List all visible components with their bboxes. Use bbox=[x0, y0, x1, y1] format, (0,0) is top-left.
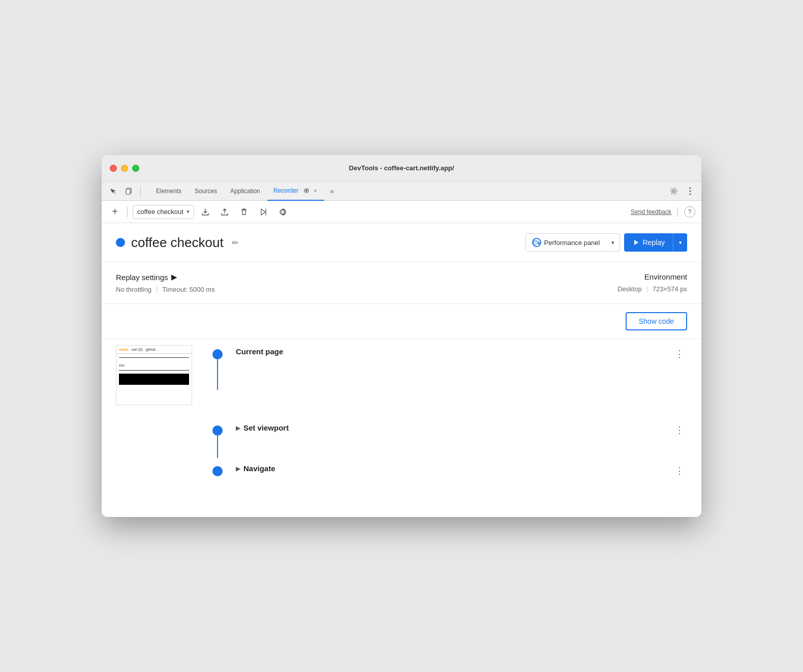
settings-detail: No throttling Timeout: 5000 ms bbox=[116, 286, 391, 293]
performance-icon bbox=[532, 238, 541, 247]
recording-header: coffee checkout ✏ Performance panel bbox=[102, 223, 701, 262]
perf-dropdown-arrow-icon: ▾ bbox=[611, 239, 614, 246]
settings-right: Environment Desktop 723×574 px bbox=[412, 272, 687, 293]
step-thumbnail-column: menu cart (0) github sso bbox=[116, 339, 207, 405]
thumbnail-block bbox=[119, 374, 189, 385]
step-set-viewport: ▶ Set viewport ⋮ bbox=[102, 415, 701, 456]
timeout-value: Timeout: 5000 ms bbox=[162, 286, 215, 293]
step2-dot bbox=[212, 425, 223, 436]
performance-panel-label: Performance panel bbox=[544, 239, 600, 247]
main-content: coffee checkout ✏ Performance panel bbox=[102, 223, 701, 517]
step2-timeline bbox=[207, 415, 228, 436]
step2-arrow-icon: ▶ bbox=[236, 424, 240, 432]
recorder-toolbar: + coffee checkout ▾ bbox=[102, 201, 701, 223]
page-thumbnail: menu cart (0) github sso bbox=[116, 345, 192, 405]
environment-type: Desktop bbox=[617, 285, 642, 293]
step1-timeline bbox=[207, 339, 228, 359]
recording-selector[interactable]: coffee checkout ▾ bbox=[133, 205, 194, 219]
export-button[interactable] bbox=[197, 205, 213, 219]
add-recording-button[interactable]: + bbox=[108, 205, 122, 219]
tab-sources[interactable]: Sources bbox=[189, 181, 223, 201]
settings-left: Replay settings ▶ No throttling Timeout:… bbox=[116, 272, 391, 293]
step1-menu-button[interactable]: ⋮ bbox=[672, 347, 687, 360]
toolbar-right-divider bbox=[677, 207, 678, 217]
record-button[interactable] bbox=[274, 205, 291, 219]
more-options-icon[interactable] bbox=[683, 184, 697, 198]
cursor-icon[interactable] bbox=[106, 184, 120, 198]
step2-title-row[interactable]: ▶ Set viewport bbox=[236, 423, 289, 432]
svg-point-5 bbox=[690, 187, 691, 189]
replay-label: Replay bbox=[642, 238, 665, 247]
step3-dot bbox=[212, 466, 223, 476]
steps-area: menu cart (0) github sso bbox=[102, 339, 701, 517]
toolbar-right: Send feedback ? bbox=[631, 206, 695, 218]
step1-title: Current page bbox=[236, 347, 283, 356]
environment-title: Environment bbox=[412, 272, 687, 281]
send-feedback-link[interactable]: Send feedback bbox=[631, 208, 671, 216]
replay-dropdown[interactable]: ▾ bbox=[673, 233, 687, 252]
step3-content: ▶ Navigate ⋮ bbox=[236, 456, 687, 477]
replay-button[interactable]: Replay bbox=[624, 233, 673, 252]
delete-button[interactable] bbox=[236, 205, 252, 219]
step1-dot bbox=[212, 349, 223, 359]
performance-panel-button[interactable]: Performance panel bbox=[526, 233, 607, 252]
minimize-button[interactable] bbox=[121, 165, 128, 172]
step2-line bbox=[217, 436, 218, 458]
step1-content: Current page ⋮ bbox=[236, 339, 687, 360]
tab-bar: Elements Sources Application Recorder × … bbox=[102, 181, 701, 201]
show-code-button[interactable]: Show code bbox=[626, 312, 687, 330]
settings-arrow-icon: ▶ bbox=[171, 272, 177, 282]
settings-section: Replay settings ▶ No throttling Timeout:… bbox=[102, 262, 701, 304]
thumbnail-text: sso bbox=[119, 363, 125, 367]
environment-size: 723×574 px bbox=[653, 285, 687, 293]
recording-dot bbox=[116, 238, 125, 247]
window-title: DevTools - coffee-cart.netlify.app/ bbox=[349, 164, 454, 172]
env-detail-separator bbox=[647, 286, 647, 293]
svg-rect-1 bbox=[126, 189, 130, 194]
tab-elements[interactable]: Elements bbox=[150, 181, 188, 201]
settings-detail-separator bbox=[157, 286, 157, 293]
step3-title-row[interactable]: ▶ Navigate bbox=[236, 464, 275, 473]
tab-divider-left bbox=[140, 186, 141, 196]
close-button[interactable] bbox=[110, 165, 117, 172]
traffic-lights bbox=[110, 165, 139, 172]
thumb-nav-github: github bbox=[146, 348, 156, 351]
svg-point-3 bbox=[305, 190, 307, 192]
step3-timeline bbox=[207, 456, 228, 476]
tab-close-icon[interactable]: × bbox=[313, 187, 318, 195]
step3-arrow-icon: ▶ bbox=[236, 465, 240, 472]
copy-icon[interactable] bbox=[122, 184, 136, 198]
settings-icon[interactable] bbox=[667, 184, 681, 198]
thumb-nav-menu: menu bbox=[119, 348, 129, 351]
help-button[interactable]: ? bbox=[684, 206, 695, 218]
devtools-window: DevTools - coffee-cart.netlify.app/ Elem… bbox=[102, 155, 701, 517]
thumbnail-nav: menu cart (0) github bbox=[116, 346, 192, 354]
edit-title-icon[interactable]: ✏ bbox=[230, 236, 240, 250]
tab-recorder[interactable]: Recorder × bbox=[267, 181, 324, 201]
thumb-nav-cart: cart (0) bbox=[132, 348, 143, 351]
import-button[interactable] bbox=[217, 205, 233, 219]
thumbnail-divider2 bbox=[119, 370, 189, 371]
toolbar-divider bbox=[127, 207, 128, 217]
step-navigate: ▶ Navigate ⋮ bbox=[102, 456, 701, 497]
svg-point-6 bbox=[690, 190, 691, 192]
step2-content: ▶ Set viewport ⋮ bbox=[236, 415, 687, 437]
step-current-page: menu cart (0) github sso bbox=[102, 339, 701, 415]
tab-application[interactable]: Application bbox=[224, 181, 266, 201]
recording-select-arrow-icon: ▾ bbox=[187, 208, 190, 215]
replay-settings-toggle[interactable]: Replay settings ▶ bbox=[116, 272, 391, 282]
replay-settings-label: Replay settings bbox=[116, 273, 168, 282]
maximize-button[interactable] bbox=[132, 165, 139, 172]
step1-line bbox=[217, 359, 218, 390]
svg-point-7 bbox=[690, 193, 691, 195]
tab-more-icon[interactable]: » bbox=[327, 185, 337, 197]
step2-menu-button[interactable]: ⋮ bbox=[672, 423, 687, 437]
step2-title: Set viewport bbox=[243, 423, 289, 432]
thumbnail-divider1 bbox=[119, 357, 189, 358]
play-button[interactable] bbox=[255, 205, 271, 219]
tab-bar-right bbox=[667, 184, 697, 198]
performance-panel-dropdown[interactable]: ▾ bbox=[606, 233, 620, 252]
show-code-area: Show code bbox=[102, 304, 701, 339]
step3-menu-button[interactable]: ⋮ bbox=[672, 464, 687, 477]
environment-detail: Desktop 723×574 px bbox=[412, 285, 687, 293]
